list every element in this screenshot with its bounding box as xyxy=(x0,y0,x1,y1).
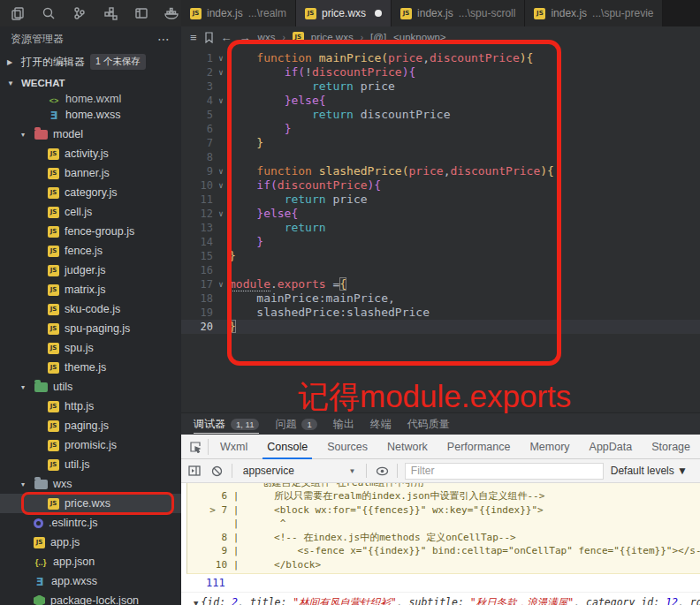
tree-item-promisic.js[interactable]: JSpromisic.js xyxy=(0,435,181,455)
console-object-row[interactable]: ▼{id: 2, title: "林间有风自营针织衫", subtitle: "… xyxy=(181,593,700,605)
editor-tab-price.wxs[interactable]: JSprice.wxs xyxy=(296,0,392,26)
devtools-tab-memory[interactable]: Memory xyxy=(520,435,579,459)
code-line-2[interactable]: 2∨ if(!discountPrice){ xyxy=(181,65,700,79)
code-line-20[interactable]: 20} xyxy=(181,320,700,334)
filter-input[interactable] xyxy=(405,463,604,480)
tree-item-wxs[interactable]: ▾wxs xyxy=(0,474,181,494)
breadcrumb-item[interactable]: <unknown> xyxy=(393,32,445,42)
code-line-15[interactable]: 15} xyxy=(181,249,700,263)
fold-chevron-icon[interactable]: ∨ xyxy=(213,164,229,178)
log-levels-dropdown[interactable]: Default levels ▼ xyxy=(611,465,695,477)
tree-item-theme.js[interactable]: JStheme.js xyxy=(0,358,181,377)
breadcrumb-item[interactable]: price.wxs xyxy=(311,32,354,42)
forward-arrow-icon[interactable]: → xyxy=(240,31,251,44)
editor-tab-index.js[interactable]: JSindex.js...\spu-scroll xyxy=(392,0,525,26)
inspect-element-icon[interactable] xyxy=(183,439,209,455)
code-line-5[interactable]: 5 return discountPrice xyxy=(181,108,700,122)
tree-item-fence-group.js[interactable]: JSfence-group.js xyxy=(0,222,181,241)
tree-item-spu-paging.js[interactable]: JSspu-paging.js xyxy=(0,319,181,338)
code-line-19[interactable]: 19 slashedPrice:slashedPrice xyxy=(181,306,700,320)
tree-item-matrix.js[interactable]: JSmatrix.js xyxy=(0,280,181,299)
fold-chevron-icon[interactable]: ∨ xyxy=(213,207,229,221)
fold-chevron-icon[interactable]: ∨ xyxy=(213,94,229,108)
code-line-1[interactable]: 1∨ function mainPrice(price,discountPric… xyxy=(181,51,700,65)
code-line-8[interactable]: 8 xyxy=(181,150,700,164)
clear-console-icon[interactable] xyxy=(209,463,224,479)
breadcrumb-item[interactable]: wxs xyxy=(258,32,276,42)
tree-item-app.js[interactable]: JSapp.js xyxy=(0,533,181,552)
tree-item-judger.js[interactable]: JSjudger.js xyxy=(0,261,181,280)
tree-item-category.js[interactable]: JScategory.js xyxy=(0,183,181,202)
code-line-14[interactable]: 14 } xyxy=(181,235,700,249)
tree-item-.eslintrc.js[interactable]: .eslintrc.js xyxy=(0,513,181,533)
devtools-tab-wxml[interactable]: Wxml xyxy=(210,435,257,459)
tree-item-banner.js[interactable]: JSbanner.js xyxy=(0,163,181,183)
fold-chevron-icon[interactable]: ∨ xyxy=(213,178,229,193)
tree-item-home.wxss[interactable]: Ǝhome.wxss xyxy=(0,105,181,125)
tree-item-label: app.js xyxy=(50,536,80,548)
code-token: mainPrice:mainPrice, xyxy=(229,291,395,305)
fold-chevron-icon[interactable]: ∨ xyxy=(213,277,229,291)
devtools-tab-appdata[interactable]: AppData xyxy=(580,435,643,459)
tree-item-activity.js[interactable]: JSactivity.js xyxy=(0,144,181,163)
eye-icon[interactable] xyxy=(374,463,389,479)
devtools-tab-storage[interactable]: Storage xyxy=(642,435,700,459)
tree-item-model[interactable]: ▾model xyxy=(0,125,181,144)
line-number: 10 xyxy=(181,178,213,193)
tree-item-fence.js[interactable]: JSfence.js xyxy=(0,241,181,261)
tree-item-paging.js[interactable]: JSpaging.js xyxy=(0,416,181,435)
context-selector[interactable]: appservice ▼ xyxy=(240,465,360,477)
tree-item-http.js[interactable]: JShttp.js xyxy=(0,397,181,416)
code-line-6[interactable]: 6 } xyxy=(181,122,700,136)
tree-item-home.wxml[interactable]: <>home.wxml xyxy=(0,94,181,105)
code-line-3[interactable]: 3 return price xyxy=(181,79,700,94)
bookmark-icon[interactable] xyxy=(204,32,214,43)
tree-item-package-lock.json[interactable]: package-lock.json xyxy=(0,591,181,605)
code-line-18[interactable]: 18 mainPrice:mainPrice, xyxy=(181,291,700,306)
fold-chevron-icon[interactable]: ∨ xyxy=(213,51,229,65)
code-line-10[interactable]: 10∨ if(discountPrice){ xyxy=(181,178,700,193)
fold-chevron-icon[interactable]: ∨ xyxy=(213,65,229,79)
editor-tab-index.js[interactable]: JSindex.js...\realm xyxy=(181,0,296,26)
js-file-icon: JS xyxy=(48,207,59,218)
extensions-icon[interactable] xyxy=(102,4,119,22)
chevron-down-icon: ▾ xyxy=(21,131,29,139)
code-line-12[interactable]: 12∨ }else{ xyxy=(181,207,700,221)
code-line-9[interactable]: 9∨ function slashedPrice(price,discountP… xyxy=(181,164,700,178)
editor-tab-index.js[interactable]: JSindex.js...\spu-previe xyxy=(525,0,663,26)
sidebar-menu-icon[interactable]: ⋯ xyxy=(157,32,171,46)
devtools-tab-console[interactable]: Console xyxy=(257,435,317,459)
back-arrow-icon[interactable]: ← xyxy=(221,31,232,44)
devtools-tab-performance[interactable]: Performance xyxy=(438,435,521,459)
code-editor[interactable]: ≡←→wxs›JSprice.wxs›[@] <unknown> 1∨ func… xyxy=(181,26,700,412)
code-line-11[interactable]: 11 return price xyxy=(181,193,700,207)
files-icon[interactable] xyxy=(9,4,27,22)
open-editors-section[interactable]: ▶ 打开的编辑器 1 个未保存 xyxy=(0,51,181,72)
tree-item-app.wxss[interactable]: Ǝapp.wxss xyxy=(0,571,181,591)
sidebar-toggle-icon[interactable] xyxy=(186,463,202,479)
code-line-13[interactable]: 13 return xyxy=(181,221,700,235)
docker-icon[interactable] xyxy=(164,4,181,22)
source-control-icon[interactable] xyxy=(71,4,88,22)
search-icon[interactable] xyxy=(40,4,57,22)
window-icon[interactable] xyxy=(133,4,150,22)
tree-item-price.wxs[interactable]: JSprice.wxs xyxy=(0,494,181,513)
console-output[interactable]: 创建自定义组件 在realm组件中引用 6 | 所以只需要在realm的inde… xyxy=(181,483,700,605)
code-line-16[interactable]: 16 xyxy=(181,263,700,277)
tree-item-sku-code.js[interactable]: JSsku-code.js xyxy=(0,299,181,319)
outline-list-icon[interactable]: ≡ xyxy=(190,31,197,44)
tree-item-utils[interactable]: ▾utils xyxy=(0,377,181,397)
tree-item-app.json[interactable]: {..}app.json xyxy=(0,552,181,571)
tree-item-spu.js[interactable]: JSspu.js xyxy=(0,338,181,358)
code-token: return xyxy=(312,79,354,93)
code-line-4[interactable]: 4∨ }else{ xyxy=(181,94,700,108)
panel-tab-调试器[interactable]: 调试器1, 11 xyxy=(194,413,259,435)
tree-item-cell.js[interactable]: JScell.js xyxy=(0,202,181,222)
devtools-tab-sources[interactable]: Sources xyxy=(317,435,377,459)
code-line-17[interactable]: 17∨module.exports ={ xyxy=(181,277,700,291)
workspace-root-section[interactable]: ▼ WECHAT xyxy=(0,72,181,94)
tree-item-util.js[interactable]: JSutil.js xyxy=(0,455,181,474)
expand-triangle-icon[interactable]: ▼ xyxy=(194,599,198,605)
devtools-tab-network[interactable]: Network xyxy=(377,435,438,459)
code-line-7[interactable]: 7 } xyxy=(181,136,700,150)
